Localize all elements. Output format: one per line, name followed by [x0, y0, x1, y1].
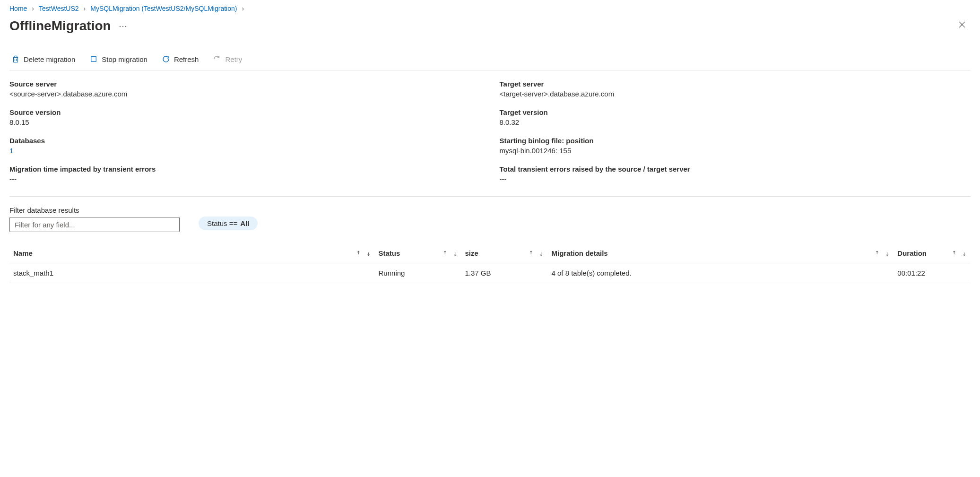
stop-migration-button[interactable]: Stop migration: [87, 54, 149, 64]
filter-input[interactable]: [9, 217, 180, 232]
detail-target-server-value: <target-server>.database.azure.com: [500, 90, 971, 98]
status-filter-pill[interactable]: Status == All: [199, 217, 258, 230]
col-header-size[interactable]: size: [465, 249, 478, 257]
stop-migration-label: Stop migration: [102, 55, 147, 63]
cell-status: Running: [375, 263, 461, 283]
detail-migration-time-label: Migration time impacted by transient err…: [9, 165, 481, 173]
table-row[interactable]: stack_math1 Running 1.37 GB 4 of 8 table…: [9, 263, 971, 283]
detail-binlog: Starting binlog file: position mysql-bin…: [500, 137, 971, 155]
chevron-right-icon: ›: [84, 5, 86, 12]
status-filter-value: All: [240, 219, 249, 227]
col-header-status[interactable]: Status: [379, 249, 400, 257]
detail-binlog-value: mysql-bin.001246: 155: [500, 147, 971, 155]
sort-icon[interactable]: [529, 250, 544, 257]
refresh-icon: [162, 55, 170, 63]
filter-row: Filter database results Status == All: [9, 206, 971, 232]
cell-name: stack_math1: [9, 263, 375, 283]
refresh-button[interactable]: Refresh: [160, 54, 201, 64]
cell-size: 1.37 GB: [461, 263, 548, 283]
detail-target-version-label: Target version: [500, 108, 971, 116]
detail-binlog-label: Starting binlog file: position: [500, 137, 971, 145]
detail-target-server-label: Target server: [500, 80, 971, 88]
toolbar: Delete migration Stop migration Refresh …: [9, 54, 971, 70]
detail-target-version-value: 8.0.32: [500, 118, 971, 126]
cell-duration: 00:01:22: [893, 263, 971, 283]
detail-source-version-label: Source version: [9, 108, 481, 116]
more-actions-button[interactable]: ⋯: [119, 21, 128, 31]
detail-databases: Databases 1: [9, 137, 481, 155]
chevron-right-icon: ›: [242, 5, 244, 12]
retry-icon: [213, 55, 221, 63]
breadcrumb-testwestus2[interactable]: TestWestUS2: [39, 5, 79, 12]
status-filter-prefix: Status ==: [207, 219, 237, 227]
detail-source-server: Source server <source-server>.database.a…: [9, 80, 481, 98]
col-header-details[interactable]: Migration details: [551, 249, 607, 257]
detail-target-server: Target server <target-server>.database.a…: [500, 80, 971, 98]
close-icon: [957, 20, 967, 29]
detail-transient-errors: Total transient errors raised by the sou…: [500, 165, 971, 183]
refresh-label: Refresh: [174, 55, 199, 63]
detail-source-version: Source version 8.0.15: [9, 108, 481, 126]
detail-target-version: Target version 8.0.32: [500, 108, 971, 126]
sort-icon[interactable]: [875, 250, 890, 257]
detail-migration-time-value: ---: [9, 175, 481, 183]
breadcrumb-home[interactable]: Home: [9, 5, 27, 12]
col-header-name[interactable]: Name: [13, 249, 33, 257]
svg-rect-5: [91, 57, 96, 62]
details-panel: Source server <source-server>.database.a…: [9, 80, 971, 197]
sort-icon[interactable]: [356, 250, 371, 257]
close-button[interactable]: [954, 18, 971, 34]
cell-details: 4 of 8 table(s) completed.: [547, 263, 893, 283]
filter-label: Filter database results: [9, 206, 180, 214]
stop-icon: [89, 55, 98, 63]
detail-transient-errors-label: Total transient errors raised by the sou…: [500, 165, 971, 173]
detail-transient-errors-value: ---: [500, 175, 971, 183]
breadcrumb-mysqlmigration[interactable]: MySQLMigration (TestWestUS2/MySQLMigrati…: [90, 5, 237, 12]
retry-button: Retry: [211, 54, 244, 64]
svg-rect-2: [14, 57, 18, 62]
chevron-right-icon: ›: [32, 5, 34, 12]
detail-migration-time: Migration time impacted by transient err…: [9, 165, 481, 183]
detail-databases-label: Databases: [9, 137, 481, 145]
sort-icon[interactable]: [442, 250, 458, 257]
delete-migration-label: Delete migration: [24, 55, 75, 63]
col-header-duration[interactable]: Duration: [897, 249, 927, 257]
sort-icon[interactable]: [952, 250, 967, 257]
retry-label: Retry: [225, 55, 242, 63]
detail-databases-value[interactable]: 1: [9, 147, 481, 155]
page-title: OfflineMigration: [9, 18, 111, 34]
detail-source-version-value: 8.0.15: [9, 118, 481, 126]
databases-table: Name Status si: [9, 243, 971, 283]
detail-source-server-label: Source server: [9, 80, 481, 88]
detail-source-server-value: <source-server>.database.azure.com: [9, 90, 481, 98]
breadcrumb: Home › TestWestUS2 › MySQLMigration (Tes…: [9, 5, 971, 12]
delete-migration-button[interactable]: Delete migration: [9, 54, 77, 64]
delete-icon: [11, 55, 20, 63]
